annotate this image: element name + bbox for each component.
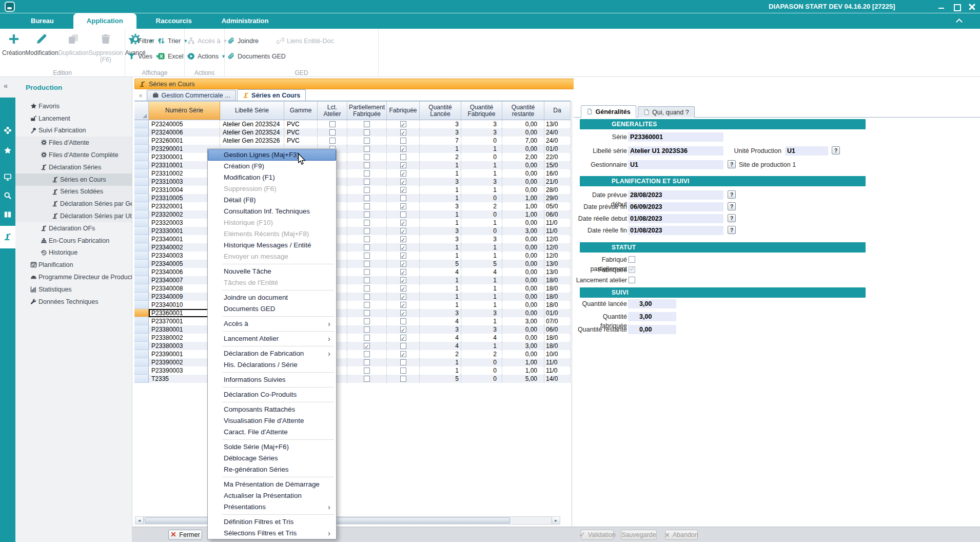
- cell-quantite-fabriquee[interactable]: 0: [461, 375, 502, 383]
- cell-quantite-restante[interactable]: 3,00: [502, 317, 544, 325]
- row-selector[interactable]: [134, 137, 149, 145]
- rail-module-icon[interactable]: [0, 142, 15, 160]
- cell-fabriquee[interactable]: [387, 375, 420, 383]
- fabriquee-checkbox[interactable]: [400, 261, 406, 267]
- row-selector[interactable]: [134, 161, 149, 169]
- cell-quantite-lancee[interactable]: 3: [420, 120, 461, 128]
- context-menu-item[interactable]: Modification (F1): [208, 172, 336, 183]
- cell-quantite-lancee[interactable]: 5: [420, 260, 461, 268]
- table-row[interactable]: P23380003 4 1 3,00 18/0: [134, 342, 571, 350]
- fabriquee-checkbox[interactable]: [400, 220, 406, 226]
- fabriquee-checkbox[interactable]: [400, 294, 406, 300]
- cell-quantite-restante[interactable]: 5,00: [502, 375, 544, 383]
- cell-quantite-fabriquee[interactable]: 2: [461, 202, 502, 210]
- help-button[interactable]: ?: [728, 226, 736, 234]
- table-row[interactable]: P23310005 1 0 1,00 29/0: [134, 194, 571, 202]
- cell-fabriquee[interactable]: [387, 235, 420, 243]
- cell-quantite-fabriquee[interactable]: 1: [461, 317, 502, 325]
- cell-date[interactable]: 13/0: [544, 120, 571, 128]
- cell-lct-atelier[interactable]: [318, 137, 347, 145]
- fabriquee-checkbox[interactable]: [400, 277, 406, 283]
- row-selector[interactable]: [134, 317, 149, 325]
- row-selector[interactable]: [134, 366, 149, 375]
- cell-quantite-fabriquee[interactable]: 1: [461, 342, 502, 350]
- sidebar-tree-item[interactable]: Déclaration Séries par Gestionnaire: [15, 198, 132, 210]
- cell-partiellement-fabriquee[interactable]: [347, 375, 387, 383]
- tree-expand-icon[interactable]: [32, 226, 39, 230]
- actions-button[interactable]: Actions▼: [185, 49, 224, 64]
- partiellement-checkbox[interactable]: [364, 285, 370, 292]
- tree-expand-icon[interactable]: [22, 104, 29, 108]
- cell-fabriquee[interactable]: [387, 227, 420, 235]
- cell-quantite-lancee[interactable]: 4: [420, 268, 461, 276]
- cell-date[interactable]: 05/0: [544, 202, 571, 210]
- fabriquee-checkbox[interactable]: [400, 211, 406, 218]
- cell-numero-serie[interactable]: P23240006: [149, 128, 220, 137]
- context-menu-item[interactable]: Caract. File d'Attente: [208, 427, 336, 438]
- cell-quantite-fabriquee[interactable]: 0: [461, 358, 502, 366]
- cell-quantite-restante[interactable]: 0,00: [502, 293, 544, 301]
- column-header-quantite-fabriquee[interactable]: Quantité Fabriquée: [461, 101, 502, 120]
- partiellement-checkbox[interactable]: [364, 211, 370, 218]
- partiellement-checkbox[interactable]: [364, 367, 370, 374]
- row-selector[interactable]: [134, 153, 149, 161]
- cell-quantite-lancee[interactable]: 3: [420, 128, 461, 137]
- quantity-input[interactable]: 3,00: [628, 299, 676, 308]
- context-menu-item[interactable]: Déblocage Séries: [208, 453, 336, 464]
- cell-numero-serie[interactable]: P23240005: [149, 120, 220, 128]
- cell-quantite-restante[interactable]: 0,00: [502, 268, 544, 276]
- cell-partiellement-fabriquee[interactable]: [347, 186, 387, 194]
- context-menu-item[interactable]: [208, 513, 336, 516]
- cell-date[interactable]: 24/0: [544, 137, 571, 145]
- cell-date[interactable]: 13/0: [544, 268, 571, 276]
- row-selector[interactable]: [134, 350, 149, 358]
- document-tab[interactable]: Séries en Cours: [237, 89, 306, 101]
- cell-partiellement-fabriquee[interactable]: [347, 153, 387, 161]
- fabriquee-checkbox[interactable]: [400, 285, 406, 292]
- row-selector[interactable]: [134, 194, 149, 202]
- date-input[interactable]: 28/08/2023: [628, 190, 723, 200]
- rail-module-icon[interactable]: [0, 168, 15, 187]
- cell-gamme[interactable]: PVC: [284, 120, 318, 128]
- cell-date[interactable]: 11/0: [544, 366, 571, 375]
- help-button[interactable]: ?: [728, 202, 736, 210]
- partiellement-checkbox[interactable]: [364, 269, 370, 275]
- table-row[interactable]: P23340008 1 1 0,00 18/0: [134, 284, 571, 293]
- scroll-right-icon[interactable]: ▸: [552, 517, 560, 524]
- cell-fabriquee[interactable]: [387, 260, 420, 268]
- partiellement-checkbox[interactable]: [364, 335, 370, 341]
- cell-quantite-fabriquee[interactable]: 3: [461, 325, 502, 334]
- partiellement-checkbox[interactable]: [364, 162, 370, 168]
- vues-button[interactable]: Vues▼: [125, 49, 155, 64]
- cell-quantite-restante[interactable]: 0,00: [502, 161, 544, 169]
- cell-quantite-fabriquee[interactable]: 1: [461, 284, 502, 293]
- column-header-quantite-restante[interactable]: Quantité restante: [502, 101, 544, 120]
- fabriquee-checkbox[interactable]: [400, 310, 406, 316]
- fabriquee-checkbox[interactable]: [400, 179, 406, 185]
- cell-date[interactable]: 28/0: [544, 186, 571, 194]
- partiellement-checkbox[interactable]: [364, 195, 370, 201]
- date-input[interactable]: 06/09/2023: [628, 202, 723, 211]
- context-menu-item[interactable]: Accès à: [208, 318, 336, 330]
- tree-expand-icon[interactable]: [43, 189, 50, 193]
- context-menu-item[interactable]: [208, 330, 336, 333]
- fabriquee-checkbox[interactable]: [400, 269, 406, 275]
- cell-fabriquee[interactable]: [387, 334, 420, 342]
- sidebar-tree-item[interactable]: Déclaration Séries: [15, 161, 132, 173]
- cell-date[interactable]: 12/0: [544, 243, 571, 251]
- cell-date[interactable]: 01/0: [544, 145, 571, 153]
- cell-quantite-restante[interactable]: 7,00: [502, 137, 544, 145]
- cell-partiellement-fabriquee[interactable]: [347, 309, 387, 317]
- table-row[interactable]: P23340003 1 1 0,00 12/0: [134, 251, 571, 260]
- cell-partiellement-fabriquee[interactable]: [347, 268, 387, 276]
- cell-fabriquee[interactable]: [387, 325, 420, 334]
- partiellement-checkbox[interactable]: [364, 154, 370, 160]
- cell-partiellement-fabriquee[interactable]: [347, 120, 387, 128]
- tree-expand-icon[interactable]: [43, 214, 50, 218]
- partiellement-checkbox[interactable]: [364, 244, 370, 250]
- row-selector[interactable]: [134, 358, 149, 366]
- cell-numero-serie[interactable]: P23260001: [149, 137, 220, 145]
- cell-date[interactable]: 12/0: [544, 235, 571, 243]
- row-selector[interactable]: [134, 235, 149, 243]
- cell-quantite-fabriquee[interactable]: 1: [461, 251, 502, 260]
